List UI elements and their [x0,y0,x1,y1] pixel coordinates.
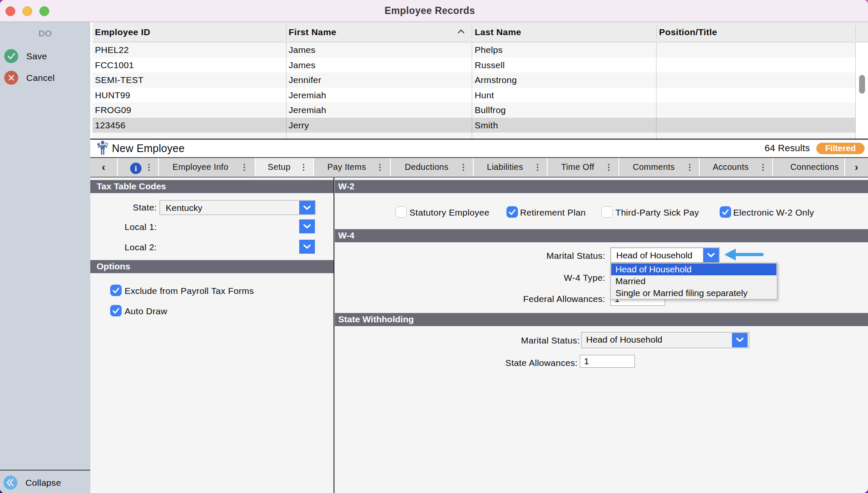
svg-text:i: i [135,164,137,173]
